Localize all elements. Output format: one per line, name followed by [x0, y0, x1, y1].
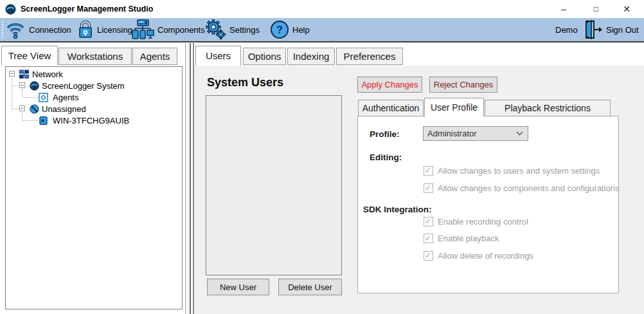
subtab-authentication[interactable]: Authentication — [358, 100, 424, 116]
sdk-section-label: SDK Integration: — [363, 205, 432, 214]
help-icon: ? — [270, 20, 289, 39]
profile-dropdown[interactable]: Administrator — [423, 126, 528, 141]
tab-options[interactable]: Options — [243, 48, 286, 65]
agents-group-icon — [39, 93, 48, 102]
checkbox-checked-icon — [424, 251, 433, 261]
minimize-icon[interactable]: – — [549, 0, 578, 18]
toolbar-help-label: Help — [292, 25, 310, 35]
tree-expander-unassigned[interactable] — [19, 106, 25, 111]
toolbar-licensing-button[interactable]: Licensing — [77, 18, 132, 41]
subtab-playback-restrictions[interactable]: Playback Restrictions — [485, 100, 611, 116]
toolbar-licensing-label: Licensing — [97, 25, 132, 35]
toolbar-connection-label: Connection — [29, 25, 71, 35]
titlebar: ScreenLogger Management Studio — [0, 0, 644, 18]
tree-expander-network[interactable] — [9, 71, 15, 77]
tab-indexing[interactable]: Indexing — [287, 48, 335, 65]
screenlogger-system-icon — [30, 81, 39, 91]
toolbar-grip[interactable] — [2, 21, 3, 38]
panel-splitter[interactable] — [185, 43, 191, 314]
tree-connector — [22, 120, 39, 121]
new-user-button[interactable]: New User — [207, 279, 269, 295]
checkbox-enable-playback: Enable playback — [424, 234, 499, 243]
tree-connector — [22, 97, 39, 98]
checkbox-checked-icon — [424, 166, 433, 176]
tree-item-unassigned[interactable]: Unassigned — [42, 103, 86, 115]
workstation-icon — [39, 116, 48, 125]
gears-icon — [204, 19, 226, 40]
tree-item-network[interactable]: Network — [32, 68, 63, 80]
tree-item-agents[interactable]: Agents — [53, 91, 78, 103]
toolbar-connection-button[interactable]: Connection — [5, 18, 71, 41]
apply-changes-button[interactable]: Apply Changes — [357, 77, 422, 93]
tab-users[interactable]: Users — [195, 46, 241, 66]
tree-connector — [12, 86, 19, 86]
tree-connector — [12, 109, 19, 109]
system-users-heading: System Users — [207, 76, 283, 89]
checkbox-allow-component-changes: Allow changes to components and configur… — [424, 183, 620, 193]
tab-preferences[interactable]: Preferences — [336, 48, 403, 65]
tree-connector — [22, 113, 22, 120]
tree-view-panel[interactable] — [5, 66, 183, 309]
tree-connector — [22, 89, 22, 97]
wifi-icon — [5, 20, 26, 39]
checkbox-checked-icon — [424, 183, 433, 193]
tree-item-screenlogger-system[interactable]: ScreenLogger System — [42, 80, 125, 91]
toolbar-components-button[interactable]: Components — [131, 18, 205, 41]
system-users-listbox[interactable] — [206, 95, 342, 275]
checkbox-checked-icon — [424, 234, 433, 243]
tree-expander-screenlogger-system[interactable] — [19, 82, 25, 88]
network-icon — [19, 69, 29, 79]
sign-out-label: Sign Out — [606, 25, 639, 35]
checkbox-enable-recording-control: Enable recording control — [424, 217, 528, 226]
unassigned-icon — [30, 104, 39, 114]
devices-icon — [131, 19, 154, 40]
tree-connector — [12, 78, 12, 109]
tab-workstations[interactable]: Workstations — [58, 48, 132, 65]
checkbox-allow-delete-recordings: Allow delete of recordings — [424, 251, 533, 261]
delete-user-button[interactable]: Delete User — [278, 279, 342, 295]
tree-item-win-3tfchg9auib[interactable]: WIN-3TFCHG9AUIB — [53, 115, 129, 126]
toolbar-settings-label: Settings — [229, 25, 260, 35]
checkbox-allow-user-changes: Allow changes to users and system settin… — [424, 166, 600, 176]
lock-icon — [77, 20, 94, 39]
window-title: ScreenLogger Management Studio — [21, 5, 153, 14]
profile-dropdown-value: Administrator — [427, 129, 477, 138]
tab-tree-view[interactable]: Tree View — [1, 46, 58, 66]
sign-out-button[interactable]: Sign Out — [584, 18, 639, 41]
toolbar-help-button[interactable]: ? Help — [270, 18, 310, 41]
reject-changes-button[interactable]: Reject Changes — [429, 77, 497, 93]
profile-label: Profile: — [370, 129, 400, 139]
tab-agents[interactable]: Agents — [132, 48, 177, 65]
account-name: Demo — [555, 18, 578, 41]
chevron-down-icon — [516, 131, 523, 136]
app-logo-icon — [5, 4, 16, 15]
toolbar-components-label: Components — [157, 25, 205, 35]
editing-section-label: Editing: — [370, 152, 402, 162]
maximize-icon[interactable]: □ — [581, 0, 611, 18]
subtab-user-profile[interactable]: User Profile — [424, 98, 484, 117]
checkbox-checked-icon — [424, 217, 433, 226]
toolbar-settings-button[interactable]: Settings — [204, 18, 260, 41]
close-icon[interactable]: ✕ — [612, 0, 641, 18]
sign-out-door-icon — [584, 19, 603, 40]
svg-text:?: ? — [276, 24, 283, 36]
